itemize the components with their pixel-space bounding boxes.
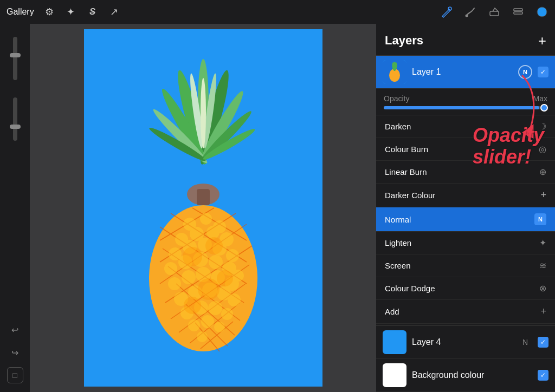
svg-point-52 (201, 315, 214, 328)
colour-burn-icon: ◎ (539, 144, 546, 154)
add-icon: + (540, 306, 546, 317)
svg-point-38 (182, 270, 196, 284)
svg-point-56 (205, 237, 223, 254)
blend-mode-screen-label: Screen (385, 261, 411, 270)
background-colour-row[interactable]: Background colour ✓ (376, 359, 555, 392)
add-layer-button[interactable]: + (538, 34, 546, 48)
layer-1-badge[interactable]: N (518, 65, 532, 79)
toolbar-left: Gallery ⚙ ✦ S ↗ (7, 5, 440, 18)
layer-1-name: Layer 1 (412, 67, 513, 77)
background-colour-name: Background colour (412, 370, 532, 380)
lighten-icon: ✦ (539, 238, 546, 248)
blend-mode-colour-burn[interactable]: Colour Burn ◎ (376, 138, 555, 161)
svg-point-59 (217, 270, 233, 286)
layer-1-row[interactable]: Layer 1 N ✓ (376, 56, 555, 89)
blend-mode-add[interactable]: Add + (376, 300, 555, 324)
layers-panel: Layers + Layer 1 N ✓ Opacity Max (376, 24, 555, 392)
brush-size-slider[interactable] (13, 37, 17, 80)
opacity-label: Opacity (384, 94, 409, 103)
layer-4-row[interactable]: Layer 4 N ✓ (376, 326, 555, 359)
svg-point-34 (209, 255, 223, 269)
blend-mode-colour-dodge-label: Colour Dodge (385, 284, 435, 293)
screen-icon: ≋ (539, 260, 546, 271)
left-sidebar: ↩ ↪ □ (0, 24, 30, 392)
transform-icon[interactable]: □ (7, 367, 23, 383)
blend-mode-normal[interactable]: Normal N (376, 207, 555, 232)
svg-point-1 (466, 15, 468, 17)
canvas (84, 29, 322, 387)
opacity-value: Max (533, 94, 547, 103)
blend-mode-darken[interactable]: Darken ☽ (376, 115, 555, 138)
svg-point-37 (168, 277, 181, 290)
pineapple-leaves (147, 59, 256, 167)
svg-point-58 (184, 297, 201, 314)
blend-mode-darker-colour[interactable]: Darker Colour + (376, 184, 555, 207)
layer-4-checkbox[interactable]: ✓ (538, 337, 548, 348)
gallery-button[interactable]: Gallery (7, 7, 34, 17)
svg-point-30 (226, 249, 239, 262)
background-colour-checkbox[interactable]: ✓ (538, 370, 548, 381)
blend-mode-lighten-label: Lighten (385, 238, 411, 247)
svg-point-49 (208, 301, 222, 315)
blend-mode-linear-burn-label: Linear Burn (385, 167, 427, 177)
svg-point-54 (197, 331, 208, 342)
bottom-layers: Layer 4 N ✓ Background colour ✓ (376, 325, 555, 392)
magic-icon[interactable]: ✦ (64, 5, 78, 18)
brush-icon[interactable] (464, 5, 477, 18)
wrench-icon[interactable]: ⚙ (43, 5, 56, 18)
svg-point-20 (200, 213, 212, 225)
toolbar: Gallery ⚙ ✦ S ↗ (0, 0, 555, 24)
svg-point-55 (183, 247, 202, 266)
blend-modes-list: Darken ☽ Colour Burn ◎ Linear Burn ⊕ Dar… (376, 115, 555, 325)
svg-rect-61 (197, 189, 210, 205)
redo-icon[interactable]: ↪ (7, 344, 23, 361)
layers-stack-icon[interactable] (512, 5, 525, 18)
layer-4-name: Layer 4 (412, 337, 517, 347)
svg-point-53 (214, 322, 225, 332)
normal-badge: N (534, 213, 546, 225)
opacity-slider-left[interactable] (13, 97, 17, 141)
darken-icon: ☽ (539, 121, 546, 132)
svg-rect-3 (514, 9, 522, 11)
svg-point-46 (228, 293, 241, 306)
blend-mode-screen[interactable]: Screen ≋ (376, 254, 555, 277)
svg-rect-2 (490, 11, 499, 16)
darker-colour-icon: + (540, 190, 546, 201)
color-circle-icon[interactable] (535, 5, 548, 18)
strikethrough-icon[interactable]: S (86, 5, 99, 18)
blend-mode-linear-burn[interactable]: Linear Burn ⊕ (376, 161, 555, 184)
svg-point-5 (537, 7, 547, 17)
background-colour-thumbnail (383, 363, 406, 387)
opacity-slider-fill (384, 106, 539, 109)
linear-burn-icon: ⊕ (539, 167, 546, 177)
svg-point-17 (201, 78, 206, 148)
colour-dodge-icon: ⊗ (539, 283, 546, 293)
layers-header: Layers + (376, 24, 555, 56)
layer-1-checkbox[interactable]: ✓ (538, 67, 548, 77)
svg-point-50 (221, 308, 233, 320)
layer-1-thumbnail (383, 60, 406, 84)
layer-4-badge-label: N (522, 338, 528, 347)
blend-mode-darker-colour-label: Darker Colour (385, 191, 435, 200)
opacity-slider[interactable] (384, 106, 547, 109)
svg-rect-4 (514, 12, 522, 14)
blend-mode-normal-label: Normal (385, 215, 411, 224)
opacity-slider-thumb (540, 104, 548, 112)
layer-4-thumbnail (383, 330, 406, 354)
svg-point-24 (206, 226, 220, 239)
svg-point-51 (188, 319, 200, 331)
blend-mode-colour-dodge[interactable]: Colour Dodge ⊗ (376, 277, 555, 300)
blend-mode-add-label: Add (385, 307, 399, 316)
undo-icon[interactable]: ↩ (7, 322, 23, 338)
canvas-area[interactable] (30, 24, 376, 392)
layers-title: Layers (385, 34, 423, 48)
blend-mode-colour-burn-label: Colour Burn (385, 145, 428, 154)
arrow-icon[interactable]: ↗ (108, 5, 121, 18)
blend-mode-darken-label: Darken (385, 122, 411, 131)
pen-icon[interactable] (440, 5, 453, 18)
toolbar-right (440, 5, 548, 18)
svg-point-57 (198, 278, 220, 300)
svg-point-31 (164, 262, 177, 275)
blend-mode-lighten[interactable]: Lighten ✦ (376, 232, 555, 254)
eraser-icon[interactable] (488, 5, 501, 18)
